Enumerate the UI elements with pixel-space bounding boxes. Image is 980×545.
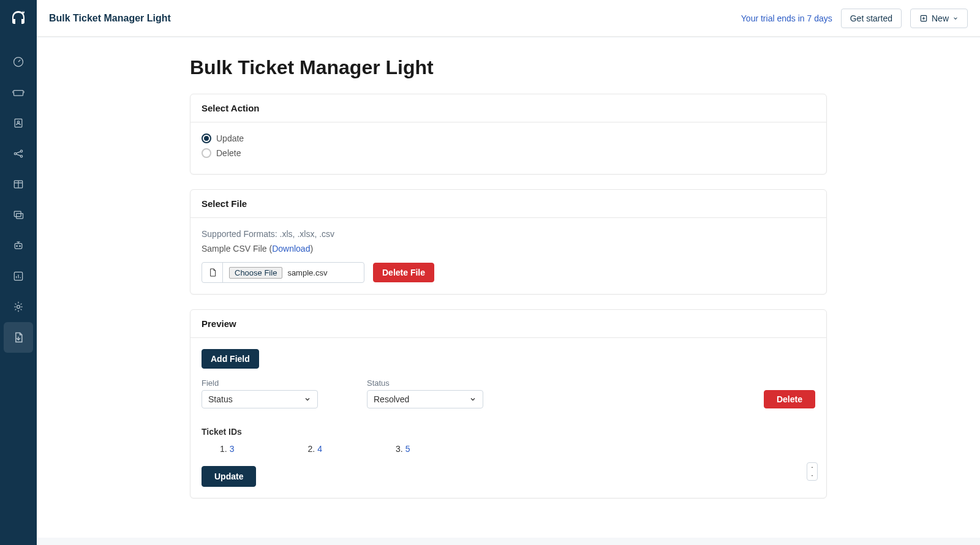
- update-button[interactable]: Update: [202, 466, 256, 487]
- file-input[interactable]: Choose File sample.csv: [202, 262, 364, 283]
- radio-delete[interactable]: Delete: [202, 148, 815, 158]
- ticket-item: 2.4: [307, 444, 322, 454]
- chevron-down-icon: [304, 396, 311, 403]
- ticket-item: 3.5: [396, 444, 410, 454]
- delete-file-button[interactable]: Delete File: [373, 263, 434, 282]
- field-select[interactable]: Status: [202, 390, 318, 408]
- svg-rect-2: [14, 91, 23, 96]
- add-field-button[interactable]: Add Field: [202, 349, 259, 369]
- nav-forums[interactable]: [0, 200, 37, 230]
- status-group: Status Resolved: [367, 378, 483, 408]
- chevron-down-icon: [469, 396, 477, 403]
- get-started-button[interactable]: Get started: [841, 9, 902, 28]
- field-label: Field: [202, 378, 318, 388]
- topbar-title: Bulk Ticket Manager Light: [49, 13, 171, 24]
- nav-analytics[interactable]: [0, 261, 37, 291]
- ticket-link[interactable]: 4: [317, 444, 322, 454]
- svg-point-13: [20, 246, 21, 247]
- sample-csv-row: Sample CSV File (Download): [202, 244, 815, 254]
- svg-rect-11: [15, 244, 22, 249]
- nav-tickets[interactable]: [0, 77, 37, 108]
- ticket-ids-label: Ticket IDs: [202, 427, 815, 437]
- select-file-card: Select File Supported Formats: .xls, .xl…: [190, 189, 827, 295]
- nav-solutions[interactable]: [0, 169, 37, 200]
- new-button[interactable]: New: [910, 9, 968, 28]
- select-action-card: Select Action Update Delete: [190, 94, 827, 175]
- svg-rect-10: [17, 214, 23, 219]
- field-group: Field Status: [202, 378, 318, 408]
- svg-point-6: [20, 150, 22, 152]
- ticket-item: 1.3: [220, 444, 234, 454]
- svg-point-5: [14, 152, 16, 154]
- radio-delete-label: Delete: [216, 148, 241, 158]
- scroll-stepper[interactable]: [807, 462, 818, 481]
- status-select-value: Resolved: [374, 394, 409, 404]
- svg-point-4: [17, 121, 19, 123]
- select-file-title: Select File: [190, 190, 826, 218]
- page-heading: Bulk Ticket Manager Light: [178, 56, 839, 79]
- svg-point-15: [17, 306, 20, 309]
- delete-field-button[interactable]: Delete: [764, 390, 815, 408]
- file-icon: [202, 262, 223, 283]
- svg-point-12: [17, 246, 18, 247]
- radio-update[interactable]: Update: [202, 133, 815, 143]
- nav-contacts[interactable]: [0, 108, 37, 138]
- sidebar: [0, 0, 37, 545]
- chevron-down-icon: [952, 15, 959, 21]
- radio-update-label: Update: [216, 133, 244, 143]
- filename: sample.csv: [287, 268, 327, 277]
- nav-apps[interactable]: [4, 322, 33, 353]
- nav-dashboard[interactable]: [0, 47, 37, 77]
- ticket-ids-list: 1.3 2.4 3.5: [202, 444, 815, 454]
- chevron-up-icon: [809, 465, 815, 469]
- new-button-label: New: [932, 13, 949, 23]
- select-action-title: Select Action: [190, 94, 826, 122]
- app-logo[interactable]: [0, 0, 37, 37]
- topbar: Bulk Ticket Manager Light Your trial end…: [37, 0, 980, 37]
- plus-icon: [919, 14, 928, 23]
- svg-point-7: [20, 156, 22, 157]
- trial-notice[interactable]: Your trial ends in 7 days: [741, 13, 832, 23]
- preview-title: Preview: [190, 310, 826, 338]
- ticket-link[interactable]: 3: [230, 444, 235, 454]
- radio-update-input[interactable]: [202, 133, 211, 143]
- radio-delete-input[interactable]: [202, 148, 211, 158]
- choose-file-button[interactable]: Choose File: [229, 267, 282, 279]
- field-select-value: Status: [208, 394, 233, 404]
- svg-rect-9: [14, 211, 21, 216]
- supported-formats: Supported Formats: .xls, .xlsx, .csv: [202, 229, 815, 239]
- nav-admin[interactable]: [0, 291, 37, 322]
- chevron-down-icon: [809, 474, 815, 478]
- status-label: Status: [367, 378, 483, 388]
- download-link[interactable]: Download: [272, 244, 310, 254]
- nav-automation[interactable]: [0, 230, 37, 261]
- preview-card: Preview Add Field Field Status: [190, 309, 827, 498]
- ticket-link[interactable]: 5: [405, 444, 410, 454]
- status-select[interactable]: Resolved: [367, 390, 483, 408]
- nav-social[interactable]: [0, 138, 37, 169]
